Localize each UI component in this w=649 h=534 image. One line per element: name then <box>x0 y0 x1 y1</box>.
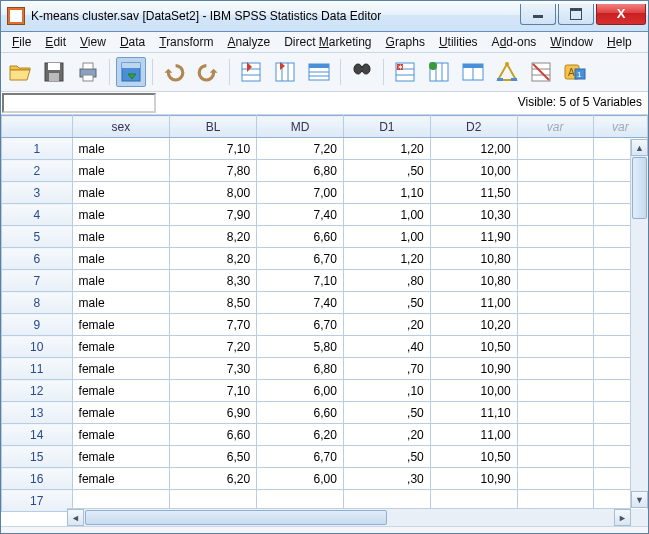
cell[interactable]: 8,30 <box>170 270 257 292</box>
cell[interactable]: 1,20 <box>343 138 430 160</box>
cell[interactable]: 10,20 <box>430 314 517 336</box>
cell[interactable]: 12,00 <box>430 138 517 160</box>
table-row[interactable]: 5male8,206,601,0011,90 <box>2 226 648 248</box>
toolbar-insert-var-icon[interactable] <box>424 57 454 87</box>
toolbar-save-icon[interactable] <box>39 57 69 87</box>
menu-utilities[interactable]: Utilities <box>432 34 485 50</box>
cell[interactable]: 6,00 <box>257 380 344 402</box>
scroll-up-icon[interactable]: ▲ <box>631 139 648 156</box>
scroll-left-icon[interactable]: ◄ <box>67 509 84 526</box>
cell[interactable]: 11,50 <box>430 182 517 204</box>
cell[interactable]: 1,00 <box>343 204 430 226</box>
cell[interactable]: 6,50 <box>170 446 257 468</box>
cell[interactable]: 6,60 <box>257 226 344 248</box>
cell[interactable]: male <box>72 138 170 160</box>
cell[interactable]: 10,00 <box>430 380 517 402</box>
cell[interactable]: ,50 <box>343 160 430 182</box>
cell[interactable]: 7,10 <box>170 380 257 402</box>
cell[interactable]: ,80 <box>343 270 430 292</box>
cell-empty[interactable] <box>517 424 593 446</box>
table-row[interactable]: 11female7,306,80,7010,90 <box>2 358 648 380</box>
cell[interactable]: 10,80 <box>430 270 517 292</box>
table-row[interactable]: 13female6,906,60,5011,10 <box>2 402 648 424</box>
row-header[interactable]: 2 <box>2 160 73 182</box>
cell[interactable]: 8,20 <box>170 226 257 248</box>
cell[interactable]: female <box>72 424 170 446</box>
cell[interactable]: 7,30 <box>170 358 257 380</box>
toolbar-goto-var-icon[interactable] <box>270 57 300 87</box>
cell-empty[interactable] <box>517 182 593 204</box>
row-header[interactable]: 8 <box>2 292 73 314</box>
cell[interactable]: 7,10 <box>170 138 257 160</box>
cell[interactable]: 10,30 <box>430 204 517 226</box>
cell[interactable]: 10,50 <box>430 336 517 358</box>
toolbar-variables-icon[interactable] <box>304 57 334 87</box>
cell-empty[interactable] <box>517 468 593 490</box>
menu-window[interactable]: Window <box>543 34 600 50</box>
toolbar-select-icon[interactable] <box>526 57 556 87</box>
cell[interactable]: 1,00 <box>343 226 430 248</box>
cell[interactable]: 8,50 <box>170 292 257 314</box>
cell[interactable]: ,30 <box>343 468 430 490</box>
toolbar-value-labels-icon[interactable]: A1 <box>560 57 590 87</box>
cell[interactable]: female <box>72 468 170 490</box>
grid-corner[interactable] <box>2 116 73 138</box>
cell-empty[interactable] <box>517 270 593 292</box>
cell[interactable]: 11,00 <box>430 292 517 314</box>
row-header[interactable]: 14 <box>2 424 73 446</box>
menu-graphs[interactable]: Graphs <box>379 34 432 50</box>
cell[interactable]: ,70 <box>343 358 430 380</box>
cell[interactable]: 7,20 <box>257 138 344 160</box>
cell[interactable]: 10,80 <box>430 248 517 270</box>
cell[interactable]: ,10 <box>343 380 430 402</box>
cell[interactable]: 6,60 <box>257 402 344 424</box>
cell[interactable]: 6,20 <box>257 424 344 446</box>
cell-empty[interactable] <box>517 204 593 226</box>
row-header[interactable]: 1 <box>2 138 73 160</box>
row-header[interactable]: 6 <box>2 248 73 270</box>
hscroll-thumb[interactable] <box>85 510 387 525</box>
row-header[interactable]: 10 <box>2 336 73 358</box>
table-row[interactable]: 15female6,506,70,5010,50 <box>2 446 648 468</box>
cell[interactable]: 8,20 <box>170 248 257 270</box>
maximize-button[interactable] <box>558 4 594 25</box>
cell[interactable]: female <box>72 336 170 358</box>
cell[interactable]: 7,00 <box>257 182 344 204</box>
cell[interactable]: 7,70 <box>170 314 257 336</box>
cell-empty[interactable] <box>517 380 593 402</box>
row-header[interactable]: 13 <box>2 402 73 424</box>
cell[interactable]: 6,80 <box>257 160 344 182</box>
cell[interactable]: 6,00 <box>257 468 344 490</box>
cell[interactable]: 10,00 <box>430 160 517 182</box>
cell-empty[interactable] <box>517 292 593 314</box>
toolbar-undo-icon[interactable] <box>159 57 189 87</box>
row-header[interactable]: 12 <box>2 380 73 402</box>
table-row[interactable]: 14female6,606,20,2011,00 <box>2 424 648 446</box>
table-row[interactable]: 6male8,206,701,2010,80 <box>2 248 648 270</box>
cell-empty[interactable] <box>517 226 593 248</box>
cell[interactable]: female <box>72 446 170 468</box>
toolbar-recent-icon[interactable] <box>116 57 146 87</box>
minimize-button[interactable] <box>520 4 556 25</box>
table-row[interactable]: 4male7,907,401,0010,30 <box>2 204 648 226</box>
toolbar-weight-icon[interactable] <box>492 57 522 87</box>
cell[interactable]: 7,80 <box>170 160 257 182</box>
cell[interactable]: 10,50 <box>430 446 517 468</box>
row-header[interactable]: 4 <box>2 204 73 226</box>
cell-empty[interactable] <box>517 314 593 336</box>
cell[interactable]: ,50 <box>343 292 430 314</box>
cell[interactable]: male <box>72 226 170 248</box>
horizontal-scrollbar[interactable]: ◄ ► <box>67 508 631 526</box>
cell[interactable]: female <box>72 380 170 402</box>
toolbar-split-file-icon[interactable] <box>458 57 488 87</box>
close-button[interactable]: X <box>596 4 646 25</box>
cell[interactable]: ,50 <box>343 446 430 468</box>
row-header[interactable]: 15 <box>2 446 73 468</box>
cell-empty[interactable] <box>517 160 593 182</box>
column-header-BL-1[interactable]: BL <box>170 116 257 138</box>
column-header-D2-4[interactable]: D2 <box>430 116 517 138</box>
cell[interactable]: 7,40 <box>257 292 344 314</box>
row-header[interactable]: 16 <box>2 468 73 490</box>
column-header-var-5[interactable]: var <box>517 116 593 138</box>
table-row[interactable]: 9female7,706,70,2010,20 <box>2 314 648 336</box>
